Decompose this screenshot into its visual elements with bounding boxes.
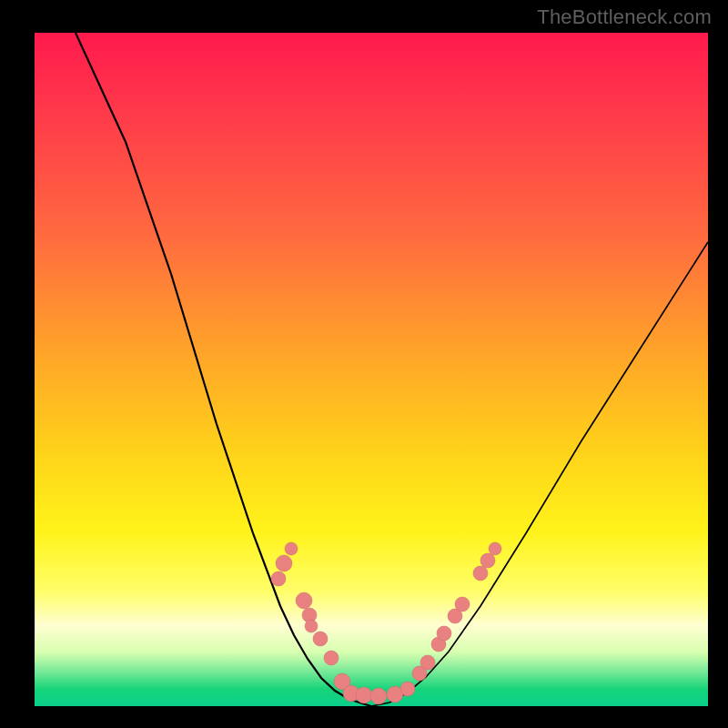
chart-svg (35, 33, 708, 706)
data-dot (455, 597, 470, 612)
data-dot (370, 688, 387, 704)
chart-stage: TheBottleneck.com (0, 0, 728, 728)
data-dot (313, 632, 328, 646)
data-dot (437, 626, 451, 641)
data-dot (285, 542, 298, 555)
data-dot (276, 555, 292, 571)
data-dot (400, 682, 415, 696)
watermark-text: TheBottleneck.com (537, 5, 712, 29)
data-dot (324, 651, 339, 665)
left-curve (76, 33, 371, 706)
data-dot (473, 566, 488, 581)
data-dot (271, 571, 286, 586)
data-dot (296, 592, 312, 609)
data-dot (480, 553, 495, 568)
data-dot (305, 620, 318, 632)
plot-area (35, 33, 708, 706)
data-dot (356, 687, 372, 703)
right-curve (371, 242, 708, 706)
data-dot (489, 542, 501, 555)
data-dots (271, 542, 501, 704)
data-dot (420, 655, 435, 670)
